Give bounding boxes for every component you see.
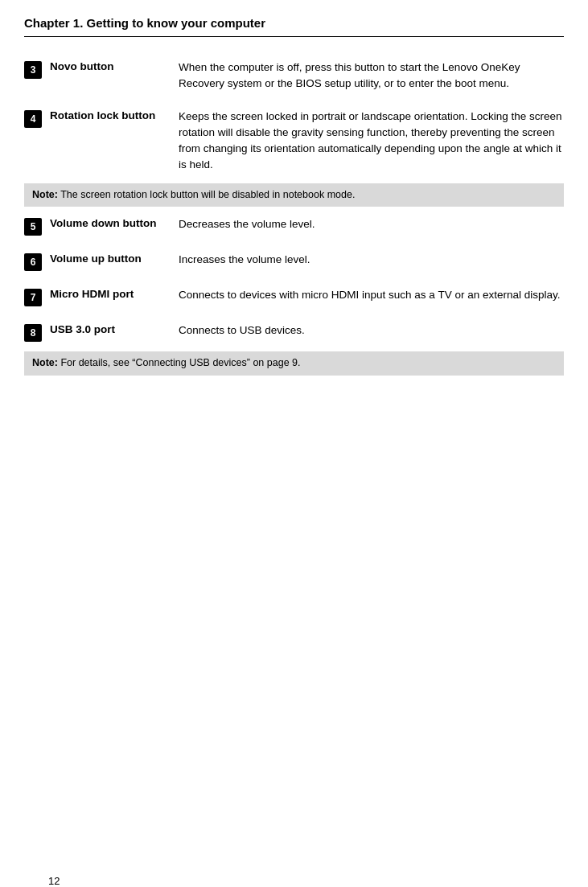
page-number: 12 — [48, 875, 60, 887]
note-usb: Note: For details, see “Connecting USB d… — [24, 351, 564, 376]
badge-3: 3 — [24, 61, 42, 79]
note-usb-text: For details, see “Connecting USB devices… — [58, 357, 301, 368]
note-rotation-lock: Note: The screen rotation lock button wi… — [24, 183, 564, 207]
page-title: Chapter 1. Getting to know your computer — [24, 16, 564, 37]
desc-novo-button: When the computer is off, press this but… — [179, 60, 564, 92]
badge-4: 4 — [24, 110, 42, 128]
entry-novo-button: 3 Novo button When the computer is off, … — [24, 51, 564, 101]
note-rotation-lock-text: The screen rotation lock button will be … — [58, 189, 355, 200]
term-volume-down: Volume down button — [50, 216, 179, 232]
note-usb-prefix: Note: — [32, 357, 58, 368]
entry-usb: 8 USB 3.0 port Connects to USB devices. — [24, 314, 564, 350]
term-novo-button: Novo button — [50, 60, 179, 75]
term-rotation-lock: Rotation lock button — [50, 109, 179, 124]
desc-rotation-lock: Keeps the screen locked in portrait or l… — [179, 109, 564, 174]
note-rotation-lock-prefix: Note: — [32, 189, 58, 200]
entry-micro-hdmi: 7 Micro HDMI port Connects to devices wi… — [24, 279, 564, 314]
desc-micro-hdmi: Connects to devices with micro HDMI inpu… — [179, 287, 564, 303]
entry-volume-down: 5 Volume down button Decreases the volum… — [24, 208, 564, 244]
entry-volume-up: 6 Volume up button Increases the volume … — [24, 244, 564, 279]
badge-6: 6 — [24, 253, 42, 271]
entry-rotation-lock: 4 Rotation lock button Keeps the screen … — [24, 101, 564, 182]
term-usb: USB 3.0 port — [50, 322, 179, 338]
badge-8: 8 — [24, 324, 42, 342]
desc-volume-up: Increases the volume level. — [179, 252, 564, 268]
badge-5: 5 — [24, 218, 42, 236]
badge-7: 7 — [24, 289, 42, 306]
desc-volume-down: Decreases the volume level. — [179, 216, 564, 232]
term-volume-up: Volume up button — [50, 252, 179, 267]
desc-usb: Connects to USB devices. — [179, 322, 564, 339]
term-micro-hdmi: Micro HDMI port — [50, 287, 179, 302]
